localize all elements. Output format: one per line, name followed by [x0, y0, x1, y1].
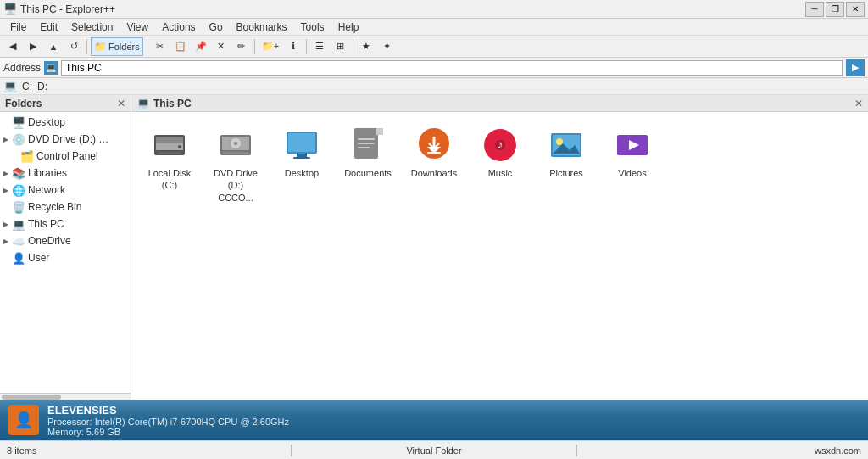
file-item-pictures[interactable]: Pictures — [537, 120, 596, 208]
user-name: ELEVENSIES — [47, 404, 289, 417]
tree-item-user[interactable]: 👤 User — [0, 249, 131, 266]
minimize-button[interactable]: ─ — [805, 2, 824, 17]
music-file-icon: ♪ — [480, 125, 520, 165]
menu-bar: File Edit Selection View Actions Go Book… — [0, 19, 868, 36]
bookmark-button[interactable]: ✦ — [377, 37, 396, 56]
menu-tools[interactable]: Tools — [294, 20, 331, 35]
menu-help[interactable]: Help — [331, 20, 366, 35]
back-button[interactable]: ◀ — [3, 37, 22, 56]
window-controls: ─ ❐ ✕ — [805, 2, 865, 17]
properties-button[interactable]: ℹ — [284, 37, 303, 56]
menu-edit[interactable]: Edit — [33, 20, 64, 35]
tree-label-dvd: DVD Drive (D:) CCCOMA_X64I — [28, 133, 113, 145]
content-panel: 💻 This PC ✕ Local Disk(C:) — [131, 95, 868, 400]
tree-item-dvd[interactable]: ▶ 💿 DVD Drive (D:) CCCOMA_X64I — [0, 131, 131, 148]
folders-button[interactable]: 📁 Folders — [91, 37, 143, 56]
tree-label-libraries: Libraries — [28, 167, 67, 179]
folders-panel: Folders ✕ 🖥️ Desktop ▶ 💿 DVD Drive (D:) … — [0, 95, 131, 400]
menu-actions[interactable]: Actions — [155, 20, 202, 35]
tree-item-desktop[interactable]: 🖥️ Desktop — [0, 114, 131, 131]
file-item-local-disk[interactable]: Local Disk(C:) — [140, 120, 199, 208]
dvd-drive-label: DVD Drive(D:) CCCO... — [210, 167, 261, 204]
downloads-label: Downloads — [411, 167, 457, 179]
view-icons-button[interactable]: ⊞ — [331, 37, 349, 56]
toolbar-separator-5 — [353, 39, 353, 54]
menu-go[interactable]: Go — [203, 20, 230, 35]
status-folder-type: Virtual Folder — [292, 445, 576, 456]
toolbar-separator-4 — [306, 39, 307, 54]
main-layout: Folders ✕ 🖥️ Desktop ▶ 💿 DVD Drive (D:) … — [0, 95, 868, 400]
new-folder-button[interactable]: 📁+ — [259, 37, 282, 56]
local-disk-label: Local Disk(C:) — [148, 167, 192, 192]
svg-rect-17 — [358, 138, 375, 140]
info-bar: 👤 ELEVENSIES Processor: Intel(R) Core(TM… — [0, 400, 868, 440]
path-d[interactable]: D: — [37, 81, 47, 92]
window-title: This PC - Explorer++ — [20, 3, 115, 15]
pictures-label: Pictures — [549, 167, 583, 179]
menu-selection[interactable]: Selection — [64, 20, 120, 35]
tree-arrow-onedrive: ▶ — [3, 238, 12, 245]
folders-scrollbar[interactable] — [0, 393, 131, 400]
tree-label-thispc: This PC — [28, 218, 64, 230]
tree-item-network[interactable]: ▶ 🌐 Network — [0, 182, 131, 199]
user-avatar: 👤 — [8, 405, 39, 435]
tree-label-user: User — [28, 252, 49, 264]
svg-point-30 — [556, 138, 563, 145]
forward-button[interactable]: ▶ — [24, 37, 42, 56]
folders-tree[interactable]: 🖥️ Desktop ▶ 💿 DVD Drive (D:) CCCOMA_X64… — [0, 112, 131, 393]
tree-arrow-libraries: ▶ — [3, 170, 12, 177]
avatar-icon: 👤 — [14, 411, 33, 429]
folders-close-button[interactable]: ✕ — [117, 98, 125, 109]
menu-bookmarks[interactable]: Bookmarks — [230, 20, 294, 35]
refresh-button[interactable]: ↺ — [64, 37, 83, 56]
file-item-music[interactable]: ♪ Music — [470, 120, 530, 208]
maximize-button[interactable]: ❐ — [826, 2, 844, 17]
recycle-icon: 🗑️ — [12, 200, 25, 214]
content-close-button[interactable]: ✕ — [854, 98, 863, 109]
onedrive-icon: ☁️ — [12, 234, 25, 248]
desktop-file-icon — [281, 125, 322, 165]
path-bar: 💻 C: D: — [0, 78, 868, 95]
svg-text:♪: ♪ — [498, 137, 504, 151]
tree-item-libraries[interactable]: ▶ 📚 Libraries — [0, 165, 131, 182]
view-list-button[interactable]: ☰ — [310, 37, 329, 56]
file-item-videos[interactable]: Videos — [603, 120, 662, 208]
tree-label-recycle: Recycle Bin — [28, 201, 81, 213]
file-item-dvd-drive[interactable]: DVD Drive(D:) CCCO... — [206, 120, 265, 208]
up-button[interactable]: ▲ — [44, 37, 63, 56]
svg-rect-18 — [358, 143, 375, 144]
user-icon: 👤 — [12, 251, 25, 265]
paste-button[interactable]: 📌 — [192, 37, 210, 56]
dvd-drive-icon — [215, 125, 256, 165]
tree-item-recycle[interactable]: 🗑️ Recycle Bin — [0, 199, 131, 216]
menu-view[interactable]: View — [120, 20, 155, 35]
cut-button[interactable]: ✂ — [151, 37, 170, 56]
address-input[interactable] — [61, 60, 843, 76]
toolbar-separator-2 — [147, 39, 147, 54]
title-bar: 🖥️ This PC - Explorer++ ─ ❐ ✕ — [0, 0, 868, 19]
info-text: ELEVENSIES Processor: Intel(R) Core(TM) … — [47, 404, 289, 437]
address-bar: Address 💻 ▶ — [0, 58, 868, 78]
tree-item-onedrive[interactable]: ▶ ☁️ OneDrive — [0, 232, 131, 249]
path-c[interactable]: C: — [22, 81, 32, 92]
delete-button[interactable]: ✕ — [212, 37, 231, 56]
status-bar: 8 items Virtual Folder wsxdn.com — [0, 440, 868, 459]
file-item-documents[interactable]: Documents — [338, 120, 398, 208]
svg-rect-13 — [293, 157, 310, 159]
status-items-count: 8 items — [7, 445, 291, 456]
rename-button[interactable]: ✏ — [232, 37, 251, 56]
close-button[interactable]: ✕ — [846, 2, 865, 17]
svg-rect-11 — [288, 133, 315, 152]
tree-item-control[interactable]: 🗂️ Control Panel — [0, 148, 131, 165]
copy-button[interactable]: 📋 — [171, 37, 190, 56]
file-item-downloads[interactable]: Downloads — [404, 120, 464, 208]
file-item-desktop[interactable]: Desktop — [272, 120, 331, 208]
content-header-icon: 💻 — [136, 97, 150, 109]
tree-item-thispc[interactable]: ▶ 💻 This PC — [0, 216, 131, 232]
tree-label-onedrive: OneDrive — [28, 235, 71, 247]
memory-info: Memory: 5.69 GB — [47, 427, 289, 437]
menu-file[interactable]: File — [3, 20, 33, 35]
star-button[interactable]: ★ — [357, 37, 376, 56]
svg-rect-24 — [427, 152, 441, 154]
address-go-button[interactable]: ▶ — [846, 59, 865, 76]
